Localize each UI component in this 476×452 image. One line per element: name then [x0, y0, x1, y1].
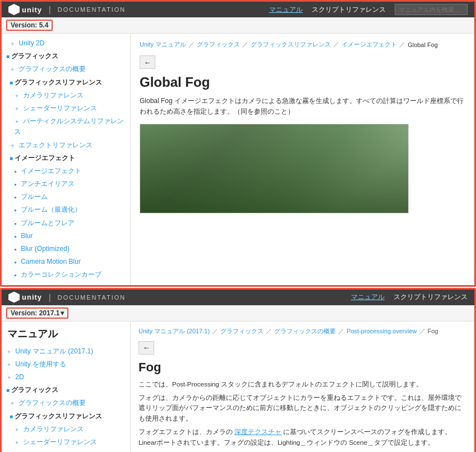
sidebar-item-effects-ref[interactable]: ＋ エフェクトリファレンス — [2, 139, 130, 152]
sidebar-item-camera-blur[interactable]: ● Camera Motion Blur — [2, 255, 130, 268]
breadcrumb2-graphics[interactable]: グラフィックス — [220, 327, 264, 335]
bottom-version-label: Version: 2017.1 — [11, 309, 59, 317]
plus-icon-2: ＋ — [10, 66, 15, 72]
minus-icon-b2: ■ — [10, 413, 13, 420]
bottom-nav-manual-link[interactable]: マニュアル — [351, 292, 385, 302]
breadcrumb-image-effects[interactable]: イメージエフェクト — [341, 40, 397, 49]
top-page-description: Global Fog イメージエフェクトはカメラによる急激な霧を生成します。すべ… — [140, 96, 465, 117]
bottom-unity-logo-icon — [8, 292, 20, 303]
sidebar-item-image-effects[interactable]: ■イメージエフェクト — [2, 152, 130, 165]
plus-icon-b4: ＋ — [10, 400, 15, 406]
sep2-4: ／ — [419, 327, 426, 335]
top-version-bar: Version: 5.4 — [2, 17, 474, 34]
sidebar-link-blur[interactable]: Blur — [21, 232, 33, 240]
plus-icon-b5: ＋ — [14, 426, 20, 432]
plus-icon-5: ＋ — [14, 118, 20, 124]
plus-icon-4: ＋ — [14, 105, 20, 111]
sidebar-link-color-curve[interactable]: カラーコレクションカーブ — [21, 271, 101, 278]
sidebar-link-b-shader[interactable]: シェーダーリファレンス — [23, 438, 97, 446]
bottom-unity-logo: unity — [8, 292, 42, 303]
sidebar-link-2d[interactable]: 2D — [15, 373, 24, 381]
depth-texture-link[interactable]: 深度テクスチャ — [234, 428, 281, 435]
sep2: ／ — [242, 40, 248, 49]
nav-manual-link[interactable]: マニュアル — [269, 5, 303, 15]
sidebar-link-bloom-flare[interactable]: ブルームとフレア — [21, 219, 75, 227]
sidebar-link-bloom[interactable]: ブルーム — [21, 193, 48, 201]
sidebar-link-b-overview[interactable]: グラフィックスの概要 — [19, 399, 86, 407]
dot-icon-8: ● — [14, 260, 17, 265]
header-search-input[interactable] — [395, 4, 468, 15]
sidebar-item-bloom[interactable]: ● ブルーム — [2, 190, 130, 203]
bottom-sidebar: マニュアル ＋ Unity マニュアル (2017.1) ＋ Unity を使用… — [2, 321, 131, 452]
sidebar-link-effects[interactable]: エフェクトリファレンス — [19, 141, 93, 149]
breadcrumb-graphics[interactable]: グラフィックス — [197, 40, 240, 49]
sidebar-item-b-graphics-overview[interactable]: ＋ グラフィックスの概要 — [2, 397, 130, 409]
bottom-sidebar-title: マニュアル — [2, 325, 130, 345]
sidebar-item-2d[interactable]: ＋ 2D — [2, 371, 130, 384]
sidebar-link-ie[interactable]: イメージエフェクト — [21, 167, 81, 175]
sidebar-link-shader[interactable]: シェーダーリファレンス — [23, 104, 97, 112]
breadcrumb2-overview[interactable]: グラフィックスの概要 — [274, 327, 336, 335]
sidebar-link-graphics-overview[interactable]: グラフィックスの概要 — [19, 65, 86, 73]
sidebar-link-unity-manual[interactable]: Unity マニュアル (2017.1) — [15, 347, 93, 355]
plus-icon-b1: ＋ — [6, 348, 12, 355]
sidebar-item-use-unity[interactable]: ＋ Unity を使用する — [2, 358, 130, 371]
bottom-version-badge[interactable]: Version: 2017.1 ▾ — [6, 307, 68, 319]
bottom-back-button[interactable]: ← — [138, 341, 154, 355]
sidebar-item-b-camera[interactable]: ＋ カメラリファレンス — [2, 423, 130, 436]
dot-icon-3: ● — [14, 195, 17, 200]
bottom-section: unity | DOCUMENTATION マニュアル スクリプトリファレンス … — [0, 288, 476, 452]
sidebar-item-b-particle[interactable]: ＋ パーティクルシステムリファレンス — [2, 449, 130, 452]
sidebar-link-unity2d[interactable]: Unity 2D — [19, 39, 44, 47]
top-sidebar: ＋ Unity 2D ■グラフィックス ＋ グラフィックスの概要 ■グラフィック… — [2, 34, 131, 285]
top-header-nav: マニュアル スクリプトリファレンス — [269, 4, 468, 15]
sidebar-link-antialias[interactable]: アンチエイリアス — [21, 180, 75, 188]
sidebar-item-blur[interactable]: ● Blur — [2, 230, 130, 243]
sidebar-link-blur-opt[interactable]: Blur (Optimized) — [21, 245, 70, 253]
top-version-badge: Version: 5.4 — [6, 20, 53, 31]
minus-icon-2: ■ — [10, 80, 13, 86]
header-divider: | — [49, 5, 51, 14]
sidebar-item-graphics[interactable]: ■グラフィックス — [2, 50, 130, 63]
sidebar-item-camera-ref[interactable]: ＋ カメラリファレンス — [2, 89, 130, 102]
sidebar-link-particle[interactable]: パーティクルシステムリファレンス — [14, 117, 124, 136]
plus-icon-b6: ＋ — [14, 439, 20, 445]
breadcrumb-manual[interactable]: Unity マニュアル — [140, 40, 186, 49]
breadcrumb-graphics-ref[interactable]: グラフィックスリファレンス — [251, 40, 331, 49]
breadcrumb2-current: Fog — [428, 328, 438, 334]
unity-logo: unity — [8, 4, 42, 15]
sidebar-item-antialias[interactable]: ● アンチエイリアス — [2, 178, 130, 190]
sidebar-link-bloom-opt[interactable]: ブルーム（最適化） — [21, 206, 81, 213]
sidebar-item-b-graphics[interactable]: ■グラフィックス — [2, 384, 130, 397]
sidebar-item-b-graphics-ref[interactable]: ■グラフィックスリファレンス — [2, 410, 130, 423]
sidebar-item-color-curve[interactable]: ● カラーコレクションカーブ — [2, 268, 130, 281]
sidebar-item-blur-opt[interactable]: ● Blur (Optimized) — [2, 243, 130, 255]
sidebar-link-b-camera[interactable]: カメラリファレンス — [23, 425, 84, 433]
sidebar-item-b-shader[interactable]: ＋ シェーダーリファレンス — [2, 436, 130, 449]
sidebar-link-use-unity[interactable]: Unity を使用する — [15, 360, 66, 368]
dot-icon-6: ● — [14, 234, 17, 239]
sidebar-item-unity-manual[interactable]: ＋ Unity マニュアル (2017.1) — [2, 345, 130, 358]
minus-icon-3: ■ — [10, 155, 13, 161]
bottom-version-bar: Version: 2017.1 ▾ — [2, 305, 474, 321]
sidebar-item-bloom-flare[interactable]: ● ブルームとフレア — [2, 217, 130, 230]
minus-icon-b1: ■ — [6, 387, 10, 393]
sidebar-item-particle-ref[interactable]: ＋ パーティクルシステムリファレンス — [2, 115, 130, 138]
dot-icon-7: ● — [14, 247, 17, 252]
sidebar-item-graphics-overview[interactable]: ＋ グラフィックスの概要 — [2, 63, 130, 76]
sep2-1: ／ — [212, 327, 218, 335]
sidebar-item-graphics-ref[interactable]: ■グラフィックスリファレンス — [2, 76, 130, 89]
top-header: unity | DOCUMENTATION マニュアル スクリプトリファレンス — [2, 2, 474, 17]
sidebar-link-camera[interactable]: カメラリファレンス — [23, 91, 84, 99]
bottom-page-desc3: フォグエフェクトは、カメラの 深度テクスチャ に基づいてスクリーンスペースのフォ… — [138, 427, 466, 448]
sidebar-item-bloom-opt[interactable]: ● ブルーム（最適化） — [2, 203, 130, 216]
sidebar-link-camera-blur[interactable]: Camera Motion Blur — [21, 258, 81, 265]
sep3: ／ — [333, 40, 339, 49]
breadcrumb2-manual[interactable]: Unity マニュアル (2017.1) — [138, 327, 210, 335]
top-back-button[interactable]: ← — [140, 55, 155, 69]
sidebar-item-shader-ref[interactable]: ＋ シェーダーリファレンス — [2, 102, 130, 115]
sidebar-item-unity2d[interactable]: ＋ Unity 2D — [2, 37, 130, 50]
sidebar-item-ie-effects[interactable]: ● イメージエフェクト — [2, 165, 130, 178]
bottom-header-doc-label: DOCUMENTATION — [58, 294, 126, 301]
breadcrumb2-postprocessing[interactable]: Post-processing overview — [346, 328, 417, 334]
